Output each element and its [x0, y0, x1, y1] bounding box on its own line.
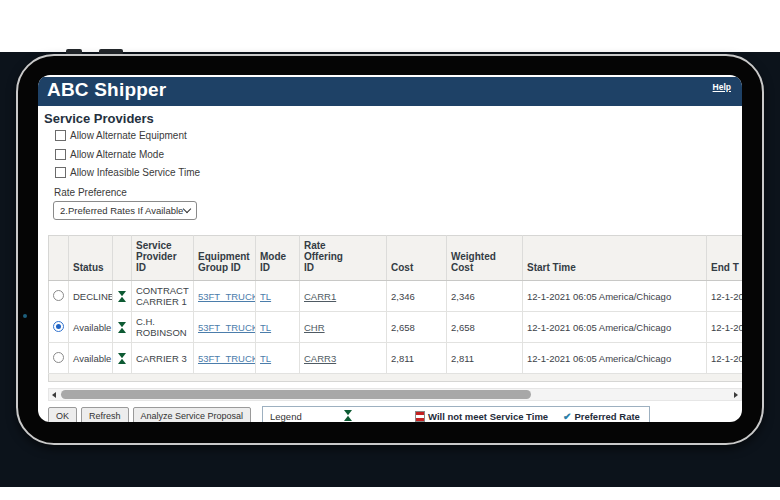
column-header-rate-offering: Rate Offering ID	[300, 236, 387, 281]
service-providers-table: Status Service Provider ID Equipment Gro…	[48, 235, 742, 382]
allow-alternate-equipment-checkbox[interactable]	[55, 130, 66, 141]
column-header-cost: Cost	[387, 236, 447, 281]
allow-alternate-mode-checkbox[interactable]	[55, 149, 66, 160]
checkbox-row-infeasible-service-time: Allow Infeasible Service Time	[55, 167, 200, 178]
column-header-mode: Mode ID	[256, 236, 300, 281]
start-time-cell: 12-1-2021 06:05 America/Chicago	[523, 312, 707, 343]
table-header-row: Status Service Provider ID Equipment Gro…	[49, 236, 743, 281]
rate-offering-link[interactable]: CARR3	[304, 353, 336, 364]
checkbox-row-alternate-mode: Allow Alternate Mode	[55, 149, 164, 160]
column-header-indicator	[113, 236, 132, 281]
table-footer-strip	[49, 374, 743, 382]
end-time-cell: 12-1-20	[707, 281, 743, 312]
equipment-link[interactable]: 53FT_TRUCK	[198, 353, 256, 364]
end-time-cell: 12-1-20	[707, 312, 743, 343]
checkbox-label: Allow Infeasible Service Time	[70, 167, 200, 178]
checkbox-label: Allow Alternate Mode	[70, 149, 164, 160]
legend-item-label: Will not meet Service Time	[428, 411, 548, 422]
checkbox-label: Allow Alternate Equipment	[70, 130, 187, 141]
chevron-down-icon	[183, 205, 191, 213]
start-time-cell: 12-1-2021 06:05 America/Chicago	[523, 343, 707, 374]
app-title: ABC Shipper	[47, 79, 166, 101]
legend-item-preferred-rate: ✔ Preferred Rate	[563, 411, 640, 422]
tablet-camera-dot	[23, 314, 27, 318]
table-row: Available C.H. ROBINSON 53FT_TRUCK TL CH…	[49, 312, 743, 343]
scroll-left-arrow-icon[interactable]	[52, 392, 56, 398]
rate-offering-link[interactable]: CARR1	[304, 291, 336, 302]
table-row: DECLINED CONTRACT CARRIER 1 53FT_TRUCK T…	[49, 281, 743, 312]
footer-actions: OK Refresh Analyze Service Proposal	[48, 407, 251, 422]
cost-cell: 2,811	[387, 343, 447, 374]
hourglass-icon	[117, 352, 127, 365]
table-row: Available CARRIER 3 53FT_TRUCK TL CARR3 …	[49, 343, 743, 374]
screenshot-stage: ABC Shipper Help Service Providers Allow…	[0, 0, 780, 500]
mode-link[interactable]: TL	[260, 291, 271, 302]
help-link[interactable]: Help	[713, 82, 731, 92]
row3-radio[interactable]	[53, 352, 64, 363]
end-time-cell: 12-1-20	[707, 343, 743, 374]
weighted-cost-cell: 2,658	[447, 312, 523, 343]
hourglass-icon	[117, 321, 127, 334]
row1-radio[interactable]	[53, 290, 64, 301]
rate-offering-link[interactable]: CHR	[304, 322, 325, 333]
horizontal-scrollbar[interactable]	[48, 388, 742, 401]
checkbox-row-alternate-equipment: Allow Alternate Equipment	[55, 130, 187, 141]
analyze-service-proposal-button[interactable]: Analyze Service Proposal	[133, 407, 252, 422]
legend-box: Legend Will not meet Service Time ✔ Pref…	[262, 406, 650, 422]
weighted-cost-cell: 2,811	[447, 343, 523, 374]
app-header-bar: ABC Shipper Help	[38, 77, 742, 106]
refresh-button[interactable]: Refresh	[81, 407, 129, 422]
equipment-link[interactable]: 53FT_TRUCK	[198, 291, 256, 302]
page-title: Service Providers	[44, 111, 154, 126]
row2-radio-selected[interactable]	[53, 321, 64, 332]
ok-button[interactable]: OK	[48, 407, 77, 422]
status-cell: DECLINED	[69, 281, 113, 312]
column-header-weighted-cost: Weighted Cost	[447, 236, 523, 281]
check-icon: ✔	[563, 412, 571, 422]
status-cell: Available	[69, 312, 113, 343]
scrollbar-thumb[interactable]	[61, 390, 531, 399]
legend-item-label: Preferred Rate	[574, 411, 639, 422]
rate-preference-label: Rate Preference	[54, 187, 127, 198]
app-screen: ABC Shipper Help Service Providers Allow…	[38, 75, 742, 422]
column-header-provider: Service Provider ID	[132, 236, 194, 281]
mode-link[interactable]: TL	[260, 322, 271, 333]
provider-cell: CONTRACT CARRIER 1	[132, 281, 194, 312]
rate-preference-value: 2.Preferred Rates If Available	[60, 205, 184, 216]
hourglass-icon	[117, 290, 127, 303]
start-time-cell: 12-1-2021 06:05 America/Chicago	[523, 281, 707, 312]
cost-cell: 2,346	[387, 281, 447, 312]
column-header-start-time: Start Time	[523, 236, 707, 281]
scroll-right-arrow-icon[interactable]	[734, 392, 738, 398]
cost-cell: 2,658	[387, 312, 447, 343]
column-header-equipment: Equipment Group ID	[194, 236, 256, 281]
legend-label: Legend	[270, 411, 302, 422]
allow-infeasible-service-time-checkbox[interactable]	[55, 167, 66, 178]
mode-link[interactable]: TL	[260, 353, 271, 364]
hourglass-icon	[343, 409, 353, 422]
provider-cell: C.H. ROBINSON	[132, 312, 194, 343]
provider-cell: CARRIER 3	[132, 343, 194, 374]
column-header-radio	[49, 236, 69, 281]
status-cell: Available	[69, 343, 113, 374]
equipment-link[interactable]: 53FT_TRUCK	[198, 322, 256, 333]
column-header-status: Status	[69, 236, 113, 281]
column-header-end-time: End T	[707, 236, 743, 281]
legend-item-service-time: Will not meet Service Time	[415, 411, 548, 422]
weighted-cost-cell: 2,346	[447, 281, 523, 312]
service-time-flag-icon	[415, 411, 425, 422]
rate-preference-select[interactable]: 2.Preferred Rates If Available	[53, 201, 197, 220]
